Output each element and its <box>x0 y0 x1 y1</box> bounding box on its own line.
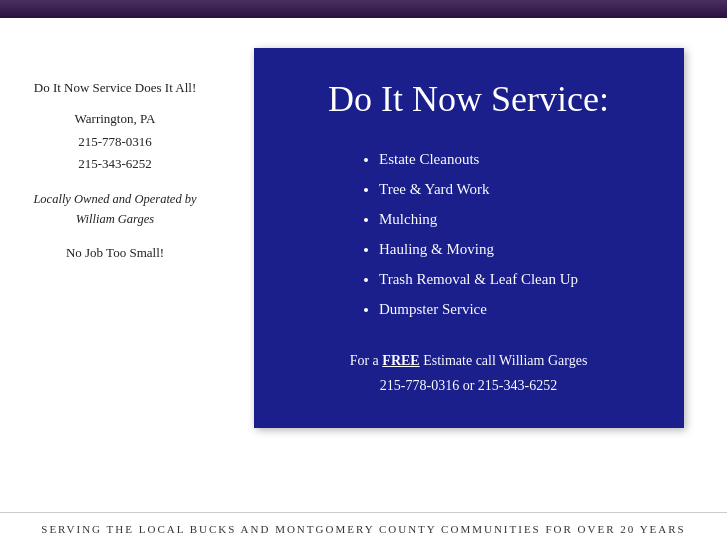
cta-prefix: For a <box>350 353 383 368</box>
service-item: Hauling & Moving <box>379 234 578 264</box>
sidebar-business-name: Do It Now Service Does It All! <box>20 78 210 99</box>
ad-title: Do It Now Service: <box>328 78 609 120</box>
sidebar-phone2: 215-343-6252 <box>20 154 210 175</box>
service-item: Estate Cleanouts <box>379 144 578 174</box>
sidebar-location: Warrington, PA <box>20 109 210 130</box>
sidebar-phone1: 215-778-0316 <box>20 132 210 153</box>
cta-suffix: Estimate call William Garges <box>420 353 588 368</box>
footer: Serving the local Bucks and Montgomery C… <box>0 512 727 545</box>
services-list: Estate CleanoutsTree & Yard WorkMulching… <box>359 144 578 324</box>
footer-text: Serving the local Bucks and Montgomery C… <box>41 523 685 535</box>
service-item: Tree & Yard Work <box>379 174 578 204</box>
service-item: Mulching <box>379 204 578 234</box>
cta-free: FREE <box>382 353 419 368</box>
ad-box: Do It Now Service: Estate CleanoutsTree … <box>254 48 684 428</box>
cta-phones: 215-778-0316 or 215-343-6252 <box>380 378 557 393</box>
top-bar <box>0 0 727 18</box>
service-item: Trash Removal & Leaf Clean Up <box>379 264 578 294</box>
main-content: Do It Now Service Does It All! Warringto… <box>0 18 727 512</box>
ad-box-container: Do It Now Service: Estate CleanoutsTree … <box>230 38 717 502</box>
sidebar-owner: Locally Owned and Operated by William Ga… <box>20 189 210 229</box>
cta-text: For a FREE Estimate call William Garges … <box>350 348 588 398</box>
sidebar: Do It Now Service Does It All! Warringto… <box>10 38 230 502</box>
sidebar-tagline: No Job Too Small! <box>20 243 210 264</box>
service-item: Dumpster Service <box>379 294 578 324</box>
